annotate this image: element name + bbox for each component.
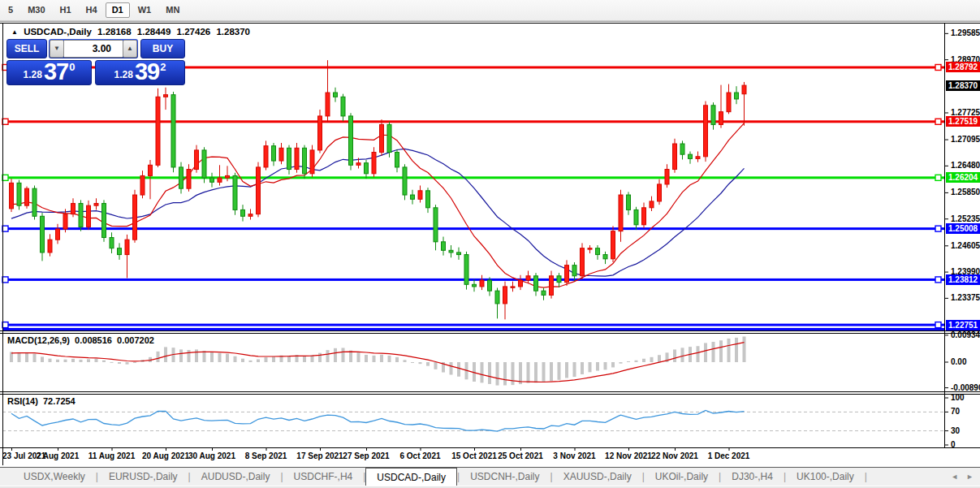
hline-1.22751[interactable]: [2, 324, 944, 326]
macd-histogram-bar: [404, 360, 407, 362]
macd-histogram-bar: [550, 362, 553, 381]
candle-body: [310, 150, 314, 174]
date-label-30-Aug-2021: 30 Aug 2021: [188, 451, 235, 460]
ma-line: [11, 343, 745, 382]
candle-body: [395, 153, 399, 167]
buy-price-display[interactable]: 1.28 39 2: [95, 60, 185, 85]
macd-histogram-bar: [519, 362, 522, 384]
tab-xauusd-daily[interactable]: XAUUSD-,Daily: [553, 468, 642, 486]
candle-body: [495, 291, 499, 304]
macd-histogram-bar: [257, 359, 260, 362]
hline-handle-left[interactable]: [2, 277, 8, 283]
candle-body: [680, 144, 684, 154]
hline-1.23812[interactable]: [2, 279, 944, 281]
hline-handle-right[interactable]: [935, 322, 941, 328]
one-click-trading-panel: SELL ▼ 3.00 ▲ BUY 1.28 37 0 1.28 39 2: [6, 39, 185, 85]
panel-border: [58, 447, 58, 451]
macd-histogram-bar: [272, 356, 275, 362]
trading-app-window: 5M30H1H4D1W1MN ▲ USDCAD-,Daily 1.28168 1…: [0, 0, 980, 488]
tabs-scroll-right-icon[interactable]: ►: [966, 473, 974, 481]
candle-body: [480, 280, 484, 287]
macd-histogram-bar: [581, 362, 584, 374]
symbol-tab-bar: USDX,Weekly|EURUSD-,Daily|AUDUSD-,Daily|…: [0, 467, 980, 486]
price-tag-1.25008: 1.25008: [946, 223, 980, 234]
candle-body: [704, 106, 708, 157]
macd-histogram-bar: [596, 362, 599, 371]
macd-histogram-bar: [157, 352, 160, 362]
panel-border: [944, 445, 948, 446]
macd-histogram-bar: [635, 361, 638, 362]
candle-body: [735, 93, 739, 99]
hline-handle-right[interactable]: [935, 64, 941, 70]
candle-body: [542, 291, 546, 295]
ohlc-open: 1.28168: [97, 27, 132, 37]
macd-histogram-bar: [488, 362, 491, 384]
macd-histogram-bar: [503, 362, 507, 386]
date-label-12-Nov-2021: 12 Nov 2021: [605, 451, 652, 460]
hline-handle-left[interactable]: [2, 175, 8, 180]
candle-body: [179, 167, 183, 188]
macd-histogram-bar: [565, 362, 568, 378]
macd-histogram-bar: [681, 348, 684, 362]
candle-body: [149, 165, 153, 175]
sell-price-display[interactable]: 1.28 37 0: [6, 60, 92, 85]
macd-histogram-bar: [589, 362, 592, 372]
collapse-panel-icon[interactable]: ▲: [11, 28, 18, 36]
macd-histogram-bar: [241, 359, 244, 362]
buy-button[interactable]: BUY: [140, 39, 185, 58]
macd-histogram-bar: [395, 357, 399, 362]
buy-price-prefix: 1.28: [114, 67, 133, 83]
candle-body: [356, 163, 360, 166]
hline-1.27519[interactable]: [2, 120, 944, 123]
tab-audusd-daily[interactable]: AUDUSD-,Daily: [191, 468, 281, 486]
tab-eurusd-daily[interactable]: EURUSD-,Daily: [98, 468, 188, 486]
macd-label: MACD(12,26,9) 0.008516 0.007202: [7, 335, 157, 345]
tab-usdcnh-daily[interactable]: USDCNH-,Daily: [460, 468, 550, 486]
panel-border: [212, 447, 213, 451]
macd-value: 0.008516: [75, 335, 112, 345]
tab-ukoil-daily[interactable]: UKOil-,Daily: [645, 468, 719, 486]
candle-body: [41, 216, 45, 253]
tab-uk100-daily[interactable]: UK100-,Daily: [786, 468, 865, 486]
tab-usdchf-h4[interactable]: USDCHF-,H4: [283, 468, 364, 486]
macd-histogram-bar: [326, 350, 330, 362]
candle-body: [511, 287, 515, 287]
macd-histogram-bar: [373, 356, 376, 362]
macd-histogram-bar: [95, 359, 98, 362]
hline-handle-right[interactable]: [935, 119, 941, 124]
panel-border: [628, 447, 629, 451]
panel-border: [944, 140, 948, 140]
panel-border: [474, 447, 475, 451]
tab-dj30-h4[interactable]: DJ30-,H4: [721, 468, 784, 486]
candle-body: [156, 97, 160, 165]
volume-decrease-button[interactable]: ▼: [50, 40, 64, 58]
hline-1.2265[interactable]: [2, 328, 944, 330]
price-tick-1.25850: 1.25850: [951, 188, 980, 196]
volume-input[interactable]: 3.00: [64, 40, 123, 58]
hline-handle-left[interactable]: [2, 119, 8, 124]
candle-body: [279, 148, 283, 161]
volume-increase-button[interactable]: ▲: [123, 40, 137, 58]
macd-histogram-bar: [719, 340, 723, 362]
macd-histogram-bar: [419, 362, 422, 364]
candle-body: [449, 250, 453, 253]
tabs-scroll-left-icon[interactable]: ◄: [951, 473, 958, 481]
tab-usdx-weekly[interactable]: USDX,Weekly: [13, 468, 96, 486]
candle-body: [619, 195, 623, 231]
hline-handle-left[interactable]: [2, 322, 8, 328]
hline-handle-left[interactable]: [2, 226, 8, 231]
tab-usdcad-daily[interactable]: USDCAD-,Daily: [365, 468, 457, 486]
sell-button[interactable]: SELL: [6, 39, 47, 58]
hline-1.25008[interactable]: [2, 227, 944, 230]
panel-border: [0, 330, 980, 331]
panel-border: [0, 394, 980, 395]
macd-histogram-bar: [265, 357, 268, 362]
macd-histogram-bar: [249, 361, 253, 362]
hline-handle-right[interactable]: [935, 175, 941, 180]
tab-separator: |: [865, 468, 867, 486]
macd-histogram-bar: [712, 342, 715, 362]
hline-handle-right[interactable]: [935, 277, 941, 283]
date-label-22-Nov-2021: 22 Nov 2021: [651, 451, 698, 460]
hline-handle-right[interactable]: [935, 226, 941, 231]
candle-body: [572, 266, 576, 276]
